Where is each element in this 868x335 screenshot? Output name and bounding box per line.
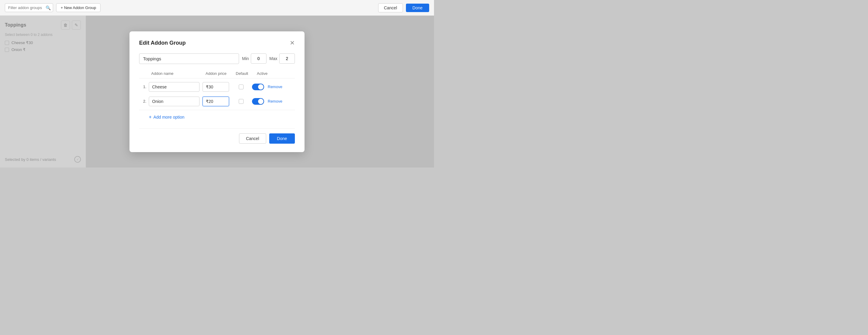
add-more-option-label: Add more option — [153, 115, 184, 120]
max-label: Max — [270, 56, 277, 61]
modal-cancel-button[interactable]: Cancel — [239, 133, 266, 144]
addon-name-input-1[interactable] — [149, 82, 199, 92]
new-addon-group-button[interactable]: + New Addon Group — [56, 3, 100, 12]
addon-price-input-1[interactable] — [203, 82, 229, 92]
top-bar-right: Cancel Done — [378, 3, 429, 12]
add-more-option-row[interactable]: + Add more option — [139, 110, 295, 122]
col-header-default: Default — [236, 71, 257, 76]
edit-addon-group-modal: Edit Addon Group ✕ Min Max Addon name Ad… — [129, 31, 305, 152]
search-icon-button[interactable]: 🔍 — [45, 5, 51, 10]
remove-addon-button-2[interactable]: Remove — [268, 99, 282, 103]
top-bar-left: 🔍 + New Addon Group — [5, 3, 100, 12]
modal-done-button[interactable]: Done — [269, 133, 295, 144]
modal-overlay: Edit Addon Group ✕ Min Max Addon name Ad… — [0, 16, 434, 168]
addon-row-num-1: 1. — [139, 85, 149, 89]
addon-price-input-2[interactable] — [203, 97, 229, 106]
addon-default-checkbox-2[interactable] — [239, 99, 244, 104]
addon-table-header: Addon name Addon price Default Active — [139, 71, 295, 79]
remove-addon-button-1[interactable]: Remove — [268, 85, 282, 89]
group-name-input[interactable] — [139, 54, 239, 64]
modal-group-row: Min Max — [139, 54, 295, 64]
max-input[interactable] — [279, 54, 295, 64]
main-area: Toppings 🗑 ✎ Select between 0 to 2 addon… — [0, 16, 434, 168]
col-header-addon-name: Addon name — [151, 71, 206, 76]
min-input[interactable] — [251, 54, 267, 64]
addon-name-input-2[interactable] — [149, 97, 199, 106]
new-addon-group-label: + New Addon Group — [61, 5, 96, 10]
addon-row-2: 2. Remove — [139, 94, 295, 109]
top-bar: 🔍 + New Addon Group Cancel Done — [0, 0, 434, 16]
addon-default-checkbox-1[interactable] — [239, 85, 244, 89]
min-label: Min — [242, 56, 249, 61]
filter-input-wrapper: 🔍 — [5, 3, 53, 12]
addon-active-toggle-2[interactable] — [252, 98, 264, 105]
done-button-top[interactable]: Done — [406, 4, 429, 12]
cancel-button-top[interactable]: Cancel — [378, 3, 403, 12]
col-header-addon-price: Addon price — [206, 71, 236, 76]
modal-title: Edit Addon Group — [139, 40, 186, 46]
max-group: Max — [270, 54, 295, 64]
min-group: Min — [242, 54, 267, 64]
addon-active-toggle-1[interactable] — [252, 84, 264, 90]
add-more-plus-icon: + — [149, 114, 152, 120]
addon-row-1: 1. Remove — [139, 80, 295, 94]
modal-close-button[interactable]: ✕ — [290, 40, 295, 46]
modal-footer: Cancel Done — [139, 128, 295, 144]
col-header-active: Active — [257, 71, 281, 76]
addon-row-num-2: 2. — [139, 99, 149, 103]
modal-header: Edit Addon Group ✕ — [139, 40, 295, 46]
